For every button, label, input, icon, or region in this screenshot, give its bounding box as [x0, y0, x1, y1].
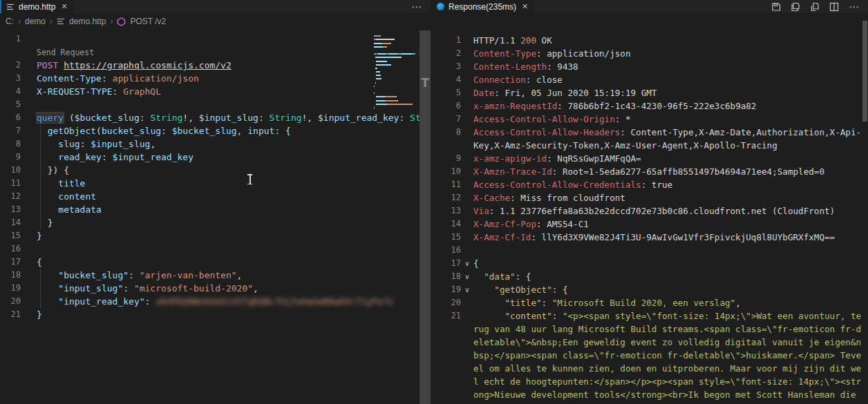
fold-gutter: [21, 85, 37, 98]
fold-gutter: [21, 242, 37, 256]
code-line: 9x-amz-apigw-id: NqRSsGwpIAMFqQA=: [431, 152, 868, 165]
line-number: 7: [0, 124, 21, 137]
breadcrumb-folder[interactable]: demo: [25, 17, 46, 26]
line-number: 18: [0, 269, 21, 282]
line-number: [431, 336, 461, 349]
save-response-icon[interactable]: [771, 2, 781, 12]
code-line: 19 "input_slug": "microsoft-build-2020",: [0, 282, 431, 295]
code-line: 8 slug: $input_slug,: [0, 137, 431, 151]
close-tab-icon[interactable]: ✕: [522, 2, 528, 11]
code-text: }: [37, 229, 42, 242]
code-line: 7 getObject(bucket_slug: $bucket_slug, i…: [0, 124, 431, 137]
breadcrumb-drive[interactable]: C:: [6, 17, 14, 26]
line-number: 18: [431, 270, 461, 283]
code-line: 16: [0, 242, 431, 256]
breadcrumb-separator: ›: [50, 17, 53, 26]
fold-gutter: [21, 269, 37, 282]
tab-response[interactable]: Response(235ms) ✕: [431, 0, 534, 13]
code-line: 12X-Cache: Miss from cloudfront: [431, 191, 868, 204]
code-text: ong>Nieuwe development tools</strong><br…: [473, 388, 856, 401]
code-text: X-Amz-Cf-Id: llY6d3X9VWe82J4Ti3U-9AwIvGw…: [473, 231, 835, 244]
fold-gutter: [461, 191, 473, 204]
fold-gutter: [21, 111, 37, 124]
fold-chevron-icon[interactable]: ∨: [461, 257, 473, 270]
fold-gutter: [461, 362, 473, 375]
line-number: 4: [431, 73, 461, 86]
more-actions-icon[interactable]: ⋯: [411, 3, 422, 10]
fold-chevron-icon[interactable]: ∨: [461, 283, 473, 296]
fold-gutter: [461, 309, 473, 323]
line-number: 2: [431, 47, 461, 60]
tab-strip-empty: [74, 0, 403, 13]
line-number: 19: [431, 283, 461, 296]
minimap-line: [374, 106, 417, 110]
copy-response-body-icon[interactable]: [810, 2, 820, 12]
codelens-send-request[interactable]: Send Request: [0, 46, 431, 59]
code-line: 21 "content": "<p><span style=\"font-siz…: [431, 309, 868, 323]
code-text: Content-Type: application/json: [37, 72, 199, 85]
line-number: 3: [0, 72, 21, 85]
code-text: {: [473, 257, 479, 270]
code-text: getObject(bucket_slug: $bucket_slug, inp…: [37, 124, 291, 137]
code-text: eletable\">&nbsp;Een geweldig event zo v…: [473, 336, 861, 349]
breadcrumb-symbol[interactable]: POST /v2: [130, 17, 166, 26]
line-number: [431, 323, 461, 336]
fold-gutter: [21, 46, 37, 59]
code-line: 15}: [0, 229, 431, 242]
code-text: Access-Control-Allow-Headers: Content-Ty…: [473, 126, 861, 139]
code-text: "content": "<p><span style=\"font-size: …: [473, 309, 861, 323]
code-text: }) {: [37, 164, 69, 177]
code-line: 3Content-Length: 9438: [431, 60, 868, 73]
breadcrumb-file[interactable]: demo.http: [69, 17, 106, 26]
fold-chevron-icon[interactable]: ∨: [461, 270, 473, 283]
code-line: 18 "bucket_slug": "arjen-van-benten",: [0, 269, 431, 282]
code-line: ong>Nieuwe development tools</strong><br…: [431, 388, 868, 401]
save-response-body-icon[interactable]: [791, 2, 800, 12]
code-text: {: [37, 256, 42, 269]
code-line: 10X-Amzn-Trace-Id: Root=1-5eda6277-65aff…: [431, 165, 868, 178]
tab-label: Response(235ms): [449, 2, 516, 12]
fold-gutter: [461, 73, 473, 86]
code-line: Key,X-Amz-Security-Token,X-Amz-User-Agen…: [431, 139, 868, 152]
fold-gutter: [461, 47, 473, 60]
vscode-workbench: { "glyphs": { "more": "⋯", "close": "✕",…: [0, 0, 868, 404]
code-line: eletable\">&nbsp;Een geweldig event zo v…: [431, 336, 868, 349]
code-text: X-Cache: Miss from cloudfront: [473, 191, 625, 204]
line-number: 6: [0, 111, 21, 124]
close-tab-icon[interactable]: ✕: [61, 2, 67, 11]
more-actions-icon[interactable]: ⋯: [849, 3, 860, 10]
line-number: 11: [0, 177, 21, 190]
minimap[interactable]: [374, 31, 417, 110]
line-number: 7: [431, 113, 461, 126]
code-line: 18∨ "data": {: [431, 270, 868, 283]
line-number: 20: [0, 295, 21, 308]
line-number: [431, 349, 461, 362]
breadcrumb-separator: ›: [18, 17, 21, 26]
code-text: "getObject": {: [473, 283, 568, 296]
vertical-scrollbar[interactable]: [862, 21, 867, 122]
code-text: }: [37, 308, 42, 321]
code-text: X-Amzn-Trace-Id: Root=1-5eda6277-65affb8…: [473, 165, 824, 178]
code-text: Access-Control-Allow-Credentials: true: [473, 178, 672, 191]
line-number: 14: [0, 216, 21, 229]
code-text: Send Request: [37, 46, 94, 59]
fold-gutter: [21, 124, 37, 137]
tabbar-left: demo.http ✕ ⋯: [0, 0, 431, 13]
fold-gutter: [461, 86, 473, 99]
code-line: 14X-Amz-Cf-Pop: AMS54-C1: [431, 218, 868, 231]
code-line: 15X-Amz-Cf-Id: llY6d3X9VWe82J4Ti3U-9AwIv…: [431, 231, 868, 244]
line-number: 16: [0, 242, 21, 256]
fold-gutter: [461, 349, 473, 362]
split-editor-icon[interactable]: [829, 2, 839, 12]
code-line: 11 title: [0, 177, 431, 190]
line-number: 15: [431, 231, 461, 244]
fold-gutter: [21, 295, 37, 308]
line-number: 17: [0, 256, 21, 269]
code-text: Date: Fri, 05 Jun 2020 15:19:19 GMT: [473, 86, 657, 99]
code-text: "input_read_key": xK4PbQ9WnH2mZcV5TqRd8L…: [37, 295, 394, 308]
tab-demo-http[interactable]: demo.http ✕: [0, 0, 74, 13]
graphql-symbol-icon: [117, 17, 126, 26]
fold-gutter: [461, 375, 473, 388]
code-line: 6query ($bucket_slug: String!, $input_sl…: [0, 111, 431, 124]
line-number: 9: [431, 152, 461, 165]
